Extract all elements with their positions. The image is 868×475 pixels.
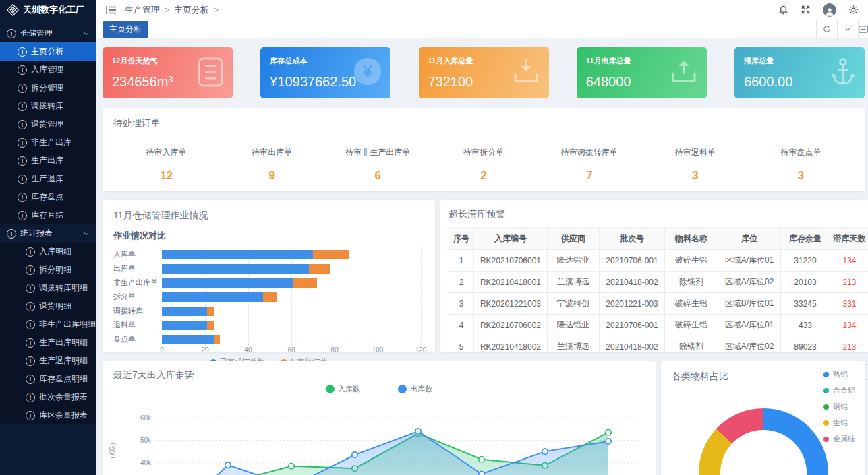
stacked-bar[interactable]	[162, 278, 317, 288]
sidebar-item-label: 生产出库明细	[39, 337, 88, 348]
sidebar-item[interactable]: !库存盘点	[0, 188, 96, 206]
stacked-bar[interactable]	[162, 335, 220, 344]
bar-segment-pending	[214, 335, 221, 344]
pending-order-item[interactable]: 待审盘点单3	[748, 147, 854, 183]
sidebar-item[interactable]: !退货明细	[0, 297, 96, 315]
pending-order-item[interactable]: 待审拆分单2	[431, 147, 537, 183]
bar-chart-x-axis: 020406080100120	[162, 346, 421, 356]
sidebar-item-label: 库存盘点明细	[39, 373, 88, 385]
pending-order-count: 2	[431, 169, 537, 183]
breadcrumb-item[interactable]: 主页分析	[174, 4, 209, 16]
screenfull-icon[interactable]	[858, 20, 868, 38]
sidebar-item[interactable]: !生产退库	[0, 170, 96, 188]
sidebar-item-active[interactable]: !主页分析	[0, 42, 96, 61]
sidebar-item[interactable]: !生产出库	[0, 152, 96, 170]
overdue-table: 序号入库编号供应商批次号物料名称库位库存余量滞库天数 1RK2021070600…	[449, 227, 868, 358]
pending-order-item[interactable]: 待审出库单9	[219, 147, 325, 183]
bar-row	[162, 247, 424, 261]
table-header-cell: 库存余量	[781, 228, 830, 250]
breadcrumb-item[interactable]: 生产管理	[125, 4, 160, 16]
sidebar-item[interactable]: !库存盘点明细	[0, 370, 96, 388]
legend-item[interactable]: 出库数	[398, 384, 432, 394]
legend-item[interactable]: 合金铝	[823, 385, 855, 395]
table-cell: 破碎生铝	[665, 315, 718, 336]
kpi-card[interactable]: 库存总成本¥10937662.50¥	[260, 47, 390, 98]
sidebar-item-label: 仓储管理	[20, 28, 53, 39]
logo-diamond-icon	[7, 4, 19, 16]
yen-coin-icon: ¥	[353, 57, 382, 86]
bar-segment-completed	[162, 250, 313, 259]
pending-order-item[interactable]: 待审入库单12	[113, 147, 219, 183]
table-header-cell: 批次号	[600, 228, 665, 250]
sidebar-item[interactable]: !生产出库明细	[0, 334, 96, 352]
sidebar-item-label: 主页分析	[31, 46, 63, 57]
stacked-bar[interactable]	[162, 250, 349, 259]
user-avatar[interactable]	[823, 3, 836, 17]
sidebar-item[interactable]: !拆分管理	[0, 79, 96, 97]
table-row[interactable]: 2RK20210418001兰溪博远20210418-002除镁剂区域A/库位0…	[449, 272, 868, 293]
x-axis-tick: 80	[330, 346, 338, 354]
table-row[interactable]: 3RK20201221003宁波柯创20201221-003破碎生铝区域B/库位…	[449, 293, 868, 315]
collapse-menu-icon[interactable]	[106, 5, 117, 15]
sidebar-item[interactable]: !入库管理	[0, 61, 96, 79]
sidebar-item[interactable]: !调拨转库	[0, 97, 96, 115]
gear-icon[interactable]	[848, 5, 859, 15]
svg-text:50k: 50k	[140, 437, 152, 444]
bell-icon[interactable]	[778, 5, 788, 15]
kpi-card[interactable]: 12月份天然气234656m³	[103, 47, 233, 98]
legend-item[interactable]: 熟铝	[823, 369, 855, 379]
legend-item[interactable]: 铜铝	[823, 402, 855, 412]
pending-order-item[interactable]: 待审退料单3	[642, 147, 748, 183]
sidebar-item[interactable]: !仓储管理	[0, 24, 96, 42]
kpi-card[interactable]: 11月出库总量648000	[577, 47, 707, 98]
pending-order-item[interactable]: 待审调拨转库单7	[536, 147, 642, 183]
sidebar-item[interactable]: !生产退库明细	[0, 352, 96, 370]
app-title: 天圳数字化工厂	[23, 4, 84, 16]
table-header-cell: 入库编号	[474, 228, 548, 250]
sidebar-item[interactable]: !拆分明细	[0, 261, 96, 279]
table-cell: 兰溪博远	[548, 336, 600, 358]
sidebar-item[interactable]: !批次余量报表	[0, 388, 96, 406]
stacked-bar[interactable]	[162, 264, 330, 274]
y-axis-unit-label: （KG）	[108, 439, 117, 462]
top-header: 生产管理 > 主页分析 >	[96, 0, 868, 20]
table-row[interactable]: 4RK20210706002隆达铝业20210706-001破碎生铝区域A/库位…	[449, 315, 868, 336]
bar-category-label: 拆分单	[113, 290, 162, 304]
legend-item[interactable]: 入库数	[326, 384, 360, 394]
sidebar-item[interactable]: !统计报表	[0, 224, 96, 243]
refresh-icon[interactable]	[816, 20, 837, 38]
stacked-bar[interactable]	[162, 321, 214, 330]
bar-segment-completed	[162, 321, 207, 330]
sidebar-item[interactable]: !库存月结	[0, 206, 96, 224]
table-header-cell: 库位	[718, 228, 781, 250]
sidebar-item[interactable]: !退货管理	[0, 115, 96, 133]
sidebar-item[interactable]: !入库明细	[0, 243, 96, 261]
stacked-bar[interactable]	[162, 307, 214, 316]
donut-legend: 熟铝合金铝铜铝生铝金属硅	[823, 369, 855, 444]
table-cell: 31220	[781, 250, 830, 272]
bar-segment-pending	[309, 264, 330, 274]
legend-item[interactable]: 金属硅	[823, 434, 855, 444]
main-content: 12月份天然气234656m³库存总成本¥10937662.50¥11月入库总量…	[96, 38, 868, 475]
pending-order-label: 待审入库单	[113, 147, 219, 158]
table-row[interactable]: 5RK20210418002兰溪博远20210418-002除镁剂区域A/库位0…	[449, 336, 868, 358]
sidebar-item[interactable]: !库区余量报表	[0, 406, 96, 424]
tab-home-analysis[interactable]: 主页分析	[103, 21, 148, 38]
legend-item[interactable]: 生铝	[823, 418, 855, 428]
bar-category-label: 调拨转库	[113, 304, 162, 318]
table-row[interactable]: 1RK20210706001隆达铝业20210706-001破碎生铝区域A/库位…	[449, 250, 868, 272]
x-axis-tick: 40	[244, 346, 252, 354]
chevron-down-icon[interactable]	[837, 20, 858, 38]
pending-order-item[interactable]: 待审非生产出库单6	[325, 147, 431, 183]
sidebar-item[interactable]: !非生产出库	[0, 133, 96, 152]
circle-exclamation-icon: !	[18, 211, 27, 220]
work-chart-subtitle: 作业情况对比	[113, 230, 424, 242]
kpi-card[interactable]: 11月入库总量732100	[419, 47, 549, 98]
circle-exclamation-icon: !	[18, 175, 27, 184]
kpi-card[interactable]: 滞库总量6600.00	[734, 47, 865, 98]
stacked-bar[interactable]	[162, 292, 277, 302]
sidebar-item[interactable]: !非生产出库明细	[0, 315, 96, 334]
sidebar-item[interactable]: !调拨转库明细	[0, 279, 96, 297]
fullscreen-icon[interactable]	[801, 5, 811, 15]
trend-panel: 最近7天出入库走势 入库数出库数 （KG） 60k50k40k30k	[103, 361, 656, 475]
